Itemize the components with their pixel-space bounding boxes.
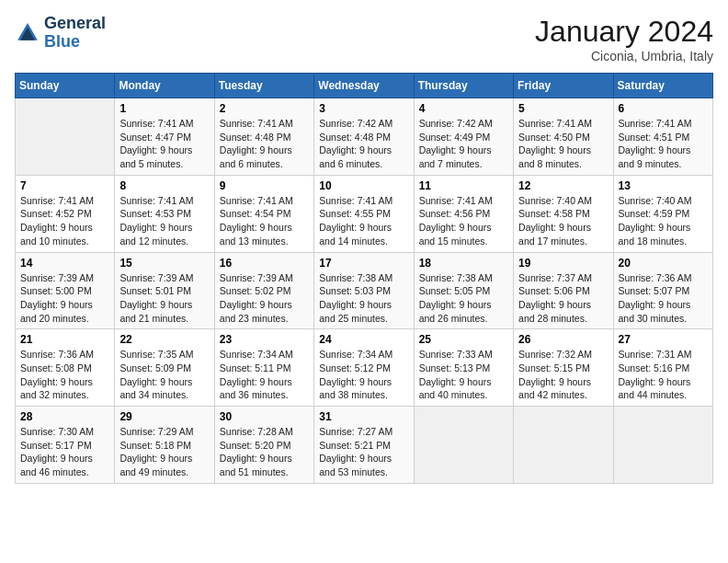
day-info: Sunrise: 7:41 AMSunset: 4:50 PMDaylight:… <box>518 117 608 171</box>
day-number: 9 <box>220 179 309 192</box>
calendar-week-1: 1Sunrise: 7:41 AMSunset: 4:47 PMDaylight… <box>16 98 713 176</box>
calendar-week-5: 28Sunrise: 7:30 AMSunset: 5:17 PMDayligh… <box>16 407 713 484</box>
day-number: 26 <box>518 333 608 346</box>
day-number: 3 <box>319 102 408 115</box>
day-info: Sunrise: 7:28 AMSunset: 5:20 PMDaylight:… <box>220 425 309 479</box>
day-number: 13 <box>619 179 708 192</box>
calendar-cell: 10Sunrise: 7:41 AMSunset: 4:55 PMDayligh… <box>314 175 414 252</box>
page-header: General Blue January 2024 Ciconia, Umbri… <box>15 15 713 63</box>
calendar-cell: 2Sunrise: 7:41 AMSunset: 4:48 PMDaylight… <box>214 98 313 176</box>
day-info: Sunrise: 7:41 AMSunset: 4:47 PMDaylight:… <box>119 117 209 171</box>
calendar-cell: 17Sunrise: 7:38 AMSunset: 5:03 PMDayligh… <box>314 252 414 329</box>
logo-text: General Blue <box>44 15 106 52</box>
header-wednesday: Wednesday <box>314 74 414 98</box>
day-number: 21 <box>20 333 109 346</box>
day-number: 14 <box>20 257 109 270</box>
day-info: Sunrise: 7:36 AMSunset: 5:07 PMDaylight:… <box>619 271 708 326</box>
day-info: Sunrise: 7:39 AMSunset: 5:01 PMDaylight:… <box>119 271 209 326</box>
calendar-cell: 6Sunrise: 7:41 AMSunset: 4:51 PMDaylight… <box>613 98 712 176</box>
calendar-cell: 22Sunrise: 7:35 AMSunset: 5:09 PMDayligh… <box>115 329 214 407</box>
header-sunday: Sunday <box>16 74 115 98</box>
calendar-cell: 16Sunrise: 7:39 AMSunset: 5:02 PMDayligh… <box>214 252 313 329</box>
calendar-cell: 31Sunrise: 7:27 AMSunset: 5:21 PMDayligh… <box>314 407 414 484</box>
day-number: 17 <box>319 257 408 270</box>
calendar-cell: 14Sunrise: 7:39 AMSunset: 5:00 PMDayligh… <box>16 252 115 329</box>
day-number: 11 <box>419 179 508 192</box>
calendar-cell: 18Sunrise: 7:38 AMSunset: 5:05 PMDayligh… <box>414 252 513 329</box>
day-info: Sunrise: 7:41 AMSunset: 4:55 PMDaylight:… <box>319 194 408 248</box>
day-info: Sunrise: 7:41 AMSunset: 4:53 PMDaylight:… <box>119 194 209 248</box>
day-number: 23 <box>220 333 309 346</box>
calendar-cell: 3Sunrise: 7:42 AMSunset: 4:48 PMDaylight… <box>314 98 414 176</box>
calendar-cell: 23Sunrise: 7:34 AMSunset: 5:11 PMDayligh… <box>214 329 313 407</box>
day-info: Sunrise: 7:40 AMSunset: 4:59 PMDaylight:… <box>619 194 708 248</box>
day-number: 19 <box>518 257 608 270</box>
day-number: 12 <box>518 179 608 192</box>
day-info: Sunrise: 7:41 AMSunset: 4:48 PMDaylight:… <box>220 117 309 171</box>
calendar-header-row: SundayMondayTuesdayWednesdayThursdayFrid… <box>16 74 713 98</box>
day-info: Sunrise: 7:42 AMSunset: 4:49 PMDaylight:… <box>419 117 508 171</box>
header-saturday: Saturday <box>613 74 712 98</box>
calendar-body: 1Sunrise: 7:41 AMSunset: 4:47 PMDaylight… <box>16 98 713 484</box>
day-number: 29 <box>119 410 209 423</box>
calendar-cell: 29Sunrise: 7:29 AMSunset: 5:18 PMDayligh… <box>115 407 214 484</box>
day-number: 24 <box>319 333 408 346</box>
calendar-week-3: 14Sunrise: 7:39 AMSunset: 5:00 PMDayligh… <box>16 252 713 329</box>
title-block: January 2024 Ciconia, Umbria, Italy <box>535 15 713 63</box>
calendar-cell: 27Sunrise: 7:31 AMSunset: 5:16 PMDayligh… <box>613 329 712 407</box>
calendar-cell: 20Sunrise: 7:36 AMSunset: 5:07 PMDayligh… <box>613 252 712 329</box>
calendar-cell: 1Sunrise: 7:41 AMSunset: 4:47 PMDaylight… <box>115 98 214 176</box>
header-friday: Friday <box>514 74 613 98</box>
day-info: Sunrise: 7:41 AMSunset: 4:51 PMDaylight:… <box>619 117 708 171</box>
calendar-cell: 28Sunrise: 7:30 AMSunset: 5:17 PMDayligh… <box>16 407 115 484</box>
calendar-cell: 13Sunrise: 7:40 AMSunset: 4:59 PMDayligh… <box>613 175 712 252</box>
calendar-cell: 5Sunrise: 7:41 AMSunset: 4:50 PMDaylight… <box>514 98 613 176</box>
header-thursday: Thursday <box>414 74 513 98</box>
calendar-cell <box>16 98 115 176</box>
day-number: 16 <box>220 257 309 270</box>
calendar-cell: 24Sunrise: 7:34 AMSunset: 5:12 PMDayligh… <box>314 329 414 407</box>
day-number: 6 <box>619 102 708 115</box>
calendar-cell: 9Sunrise: 7:41 AMSunset: 4:54 PMDaylight… <box>214 175 313 252</box>
calendar-cell: 26Sunrise: 7:32 AMSunset: 5:15 PMDayligh… <box>514 329 613 407</box>
calendar-cell: 30Sunrise: 7:28 AMSunset: 5:20 PMDayligh… <box>214 407 313 484</box>
day-info: Sunrise: 7:37 AMSunset: 5:06 PMDaylight:… <box>518 271 608 326</box>
day-info: Sunrise: 7:31 AMSunset: 5:16 PMDaylight:… <box>619 348 708 402</box>
day-info: Sunrise: 7:32 AMSunset: 5:15 PMDaylight:… <box>518 348 608 402</box>
calendar-cell <box>613 407 712 484</box>
calendar-cell: 8Sunrise: 7:41 AMSunset: 4:53 PMDaylight… <box>115 175 214 252</box>
day-number: 1 <box>119 102 209 115</box>
calendar-cell: 7Sunrise: 7:41 AMSunset: 4:52 PMDaylight… <box>16 175 115 252</box>
calendar-cell: 12Sunrise: 7:40 AMSunset: 4:58 PMDayligh… <box>514 175 613 252</box>
day-info: Sunrise: 7:38 AMSunset: 5:05 PMDaylight:… <box>419 271 508 326</box>
calendar-week-2: 7Sunrise: 7:41 AMSunset: 4:52 PMDaylight… <box>16 175 713 252</box>
calendar-cell: 4Sunrise: 7:42 AMSunset: 4:49 PMDaylight… <box>414 98 513 176</box>
day-number: 10 <box>319 179 408 192</box>
day-info: Sunrise: 7:39 AMSunset: 5:02 PMDaylight:… <box>220 271 309 326</box>
calendar-cell <box>414 407 513 484</box>
day-number: 4 <box>419 102 508 115</box>
day-number: 5 <box>518 102 608 115</box>
day-info: Sunrise: 7:40 AMSunset: 4:58 PMDaylight:… <box>518 194 608 248</box>
calendar-cell <box>514 407 613 484</box>
day-info: Sunrise: 7:29 AMSunset: 5:18 PMDaylight:… <box>119 425 209 479</box>
day-number: 25 <box>419 333 508 346</box>
day-info: Sunrise: 7:41 AMSunset: 4:52 PMDaylight:… <box>20 194 109 248</box>
day-info: Sunrise: 7:34 AMSunset: 5:11 PMDaylight:… <box>220 348 309 402</box>
day-info: Sunrise: 7:36 AMSunset: 5:08 PMDaylight:… <box>20 348 109 402</box>
day-info: Sunrise: 7:39 AMSunset: 5:00 PMDaylight:… <box>20 271 109 326</box>
calendar-table: SundayMondayTuesdayWednesdayThursdayFrid… <box>15 73 713 484</box>
day-info: Sunrise: 7:30 AMSunset: 5:17 PMDaylight:… <box>20 425 109 479</box>
day-number: 18 <box>419 257 508 270</box>
day-info: Sunrise: 7:41 AMSunset: 4:56 PMDaylight:… <box>419 194 508 248</box>
calendar-cell: 25Sunrise: 7:33 AMSunset: 5:13 PMDayligh… <box>414 329 513 407</box>
day-info: Sunrise: 7:35 AMSunset: 5:09 PMDaylight:… <box>119 348 209 402</box>
day-number: 22 <box>119 333 209 346</box>
day-number: 28 <box>20 410 109 423</box>
calendar-cell: 21Sunrise: 7:36 AMSunset: 5:08 PMDayligh… <box>16 329 115 407</box>
day-info: Sunrise: 7:42 AMSunset: 4:48 PMDaylight:… <box>319 117 408 171</box>
day-info: Sunrise: 7:38 AMSunset: 5:03 PMDaylight:… <box>319 271 408 326</box>
calendar-cell: 19Sunrise: 7:37 AMSunset: 5:06 PMDayligh… <box>514 252 613 329</box>
day-info: Sunrise: 7:41 AMSunset: 4:54 PMDaylight:… <box>220 194 309 248</box>
day-number: 2 <box>220 102 309 115</box>
